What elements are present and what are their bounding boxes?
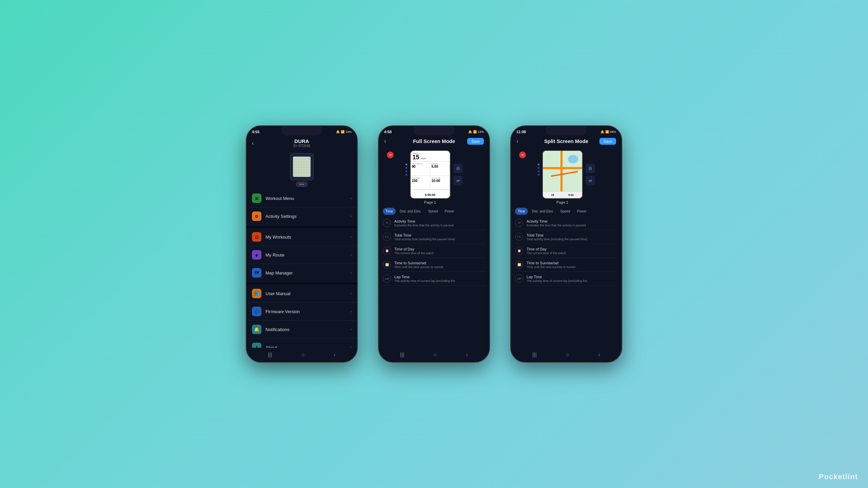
menu-item-workout-menu[interactable]: ⊞ Workout Menu › [246, 189, 357, 207]
phone3: 11:08 🔔📶66% ‹ Split Screen Mode Save − [510, 125, 622, 363]
phone2-bottom-row: 5:05:00 [411, 190, 450, 198]
phone2-field-name-4: Time to Sunrise/set [394, 261, 485, 265]
phone3-field-total-time[interactable]: TTL Total Time Total activity time (incl… [515, 230, 617, 244]
phone2-dots [406, 150, 407, 176]
phone2-field-name-3: Time of Day [394, 247, 485, 251]
menu-item-my-workouts[interactable]: ⊡ My Workouts › [246, 228, 357, 246]
phone2-side-btn [450, 164, 450, 171]
phone1-back-btn[interactable]: ‹ [252, 140, 254, 147]
menu-item-user-manual[interactable]: 📘 User Manual › [246, 285, 357, 303]
phone2-field-name-2: Total Time [394, 233, 485, 237]
phone3-field-name-4: Time to Sunrise/set [527, 261, 617, 265]
phone3-screen: 11:08 🔔📶66% ‹ Split Screen Mode Save − [511, 126, 622, 362]
phone2-save-btn[interactable]: Save [467, 138, 484, 145]
phone2-speed-row: Speed 15 km/h [411, 151, 450, 162]
phone2-nav-recents[interactable]: ||| [400, 352, 404, 358]
phone2-tab-dist[interactable]: Dist. and Elev. [397, 208, 424, 215]
phone2-nav-back[interactable]: ‹ [466, 352, 468, 358]
my-workouts-label: My Workouts [265, 235, 350, 240]
my-workouts-icon: ⊡ [252, 232, 261, 242]
map-manager-icon: 🗺 [252, 268, 261, 278]
phone2-field-sunrise[interactable]: 🌅 Time to Sunrise/set Time until the nex… [383, 258, 485, 272]
phone3-tab-speed[interactable]: Speed [558, 208, 573, 215]
phone3-tab-dist[interactable]: Dist. and Elev. [529, 208, 556, 215]
menu-item-firmware[interactable]: ⬡ Firmware Version › [246, 303, 357, 321]
phone3-map-val-1: 15 [551, 194, 554, 197]
phone3-device-card[interactable]: 15 5.00 [542, 150, 583, 199]
notifications-chevron: › [350, 327, 352, 332]
phone2-field-text-3: Time of Day The current time of the watc… [394, 247, 485, 255]
activity-settings-icon: ⚙ [252, 211, 261, 221]
phones-container: 4:55 🔔📶13% ‹ DURA ID: 87D048 [246, 125, 622, 363]
phone3-field-icon-3: ⏰ [515, 247, 523, 255]
menu-item-map-manager[interactable]: 🗺 Map Manager › [246, 264, 357, 282]
phone2-bottom-time: 5:05:00 [425, 193, 435, 197]
my-route-icon: ◈ [252, 250, 261, 260]
phone2-nav-home[interactable]: ○ [434, 352, 437, 358]
nav-recents-icon[interactable]: ||| [268, 352, 272, 358]
phone2-minus-btn[interactable]: − [387, 151, 394, 158]
phone3-save-btn[interactable]: Save [599, 138, 616, 145]
phone3-minus-btn[interactable]: − [519, 151, 526, 158]
phone3-field-activity-time[interactable]: ⏱ Activity Time Excludes the time that t… [515, 216, 617, 230]
phone3-status-bar: 11:08 🔔📶66% [511, 126, 622, 136]
phone3-filter-btn[interactable]: ⇌ [586, 176, 595, 185]
phone1-status-icons: 🔔📶13% [336, 130, 352, 134]
phone2-gps-screen: Speed 15 km/h Avg. Cadence 90 [411, 151, 450, 198]
phone2-tab-time[interactable]: Time [383, 208, 396, 215]
phone3-field-icon-1: ⏱ [515, 219, 523, 227]
phone1-beta-badge: beta [296, 182, 308, 187]
phone3-dot-4 [538, 174, 539, 176]
phone2-field-icon-1: ⏱ [383, 219, 391, 227]
about-chevron: › [350, 345, 352, 348]
phone2-status-icons: 🔔📶14% [468, 130, 484, 134]
menu-item-notifications[interactable]: 🔔 Notifications › [246, 321, 357, 339]
menu-item-about[interactable]: ℹ About › [246, 339, 357, 348]
phone2-field-total-time[interactable]: TTL Total Time Total activity time (incl… [383, 230, 485, 244]
notifications-label: Notifications [265, 327, 350, 332]
phone3-field-text-4: Time to Sunrise/set Time until the next … [527, 261, 617, 269]
phone3-field-desc-5: The activity time of current lap (exclud… [527, 279, 617, 283]
phone2-field-icon-3: ⏰ [383, 247, 391, 255]
phone1-status-bar: 4:55 🔔📶13% [246, 126, 357, 136]
phone3-title: Split Screen Mode [544, 138, 588, 144]
phone2-field-text-2: Total Time Total activity time (includin… [394, 233, 485, 241]
activity-settings-chevron: › [350, 214, 352, 219]
phone3-map-screen: 15 5.00 [543, 151, 582, 198]
phone3-field-text-3: Time of Day The current time of the watc… [527, 247, 617, 255]
phone3-back-btn[interactable]: ‹ [516, 138, 518, 145]
phone2-device-wrapper: Speed 15 km/h Avg. Cadence 90 [410, 150, 451, 204]
phone1-nav-bar: ||| ○ ‹ [246, 348, 357, 362]
menu-item-my-route[interactable]: ◈ My Route › [246, 246, 357, 264]
phone1-device-preview: beta [246, 150, 357, 188]
phone3-field-lap-time[interactable]: LAP Lap Time The activity time of curren… [515, 272, 617, 286]
phone3-field-text-2: Total Time Total activity time (includin… [527, 233, 617, 241]
phone3-field-sunrise[interactable]: 🌅 Time to Sunrise/set Time until the nex… [515, 258, 617, 272]
phone3-field-desc-4: Time until the next sunrise or sunset [527, 265, 617, 269]
phone2-field-activity-time[interactable]: ⏱ Activity Time Excludes the time that t… [383, 216, 485, 230]
nav-back-icon[interactable]: ‹ [334, 352, 336, 358]
phone2-field-lap-time[interactable]: LAP Lap Time The activity time of curren… [383, 272, 485, 286]
menu-item-activity-settings[interactable]: ⚙ Activity Settings › [246, 207, 357, 225]
phone3-field-time-of-day[interactable]: ⏰ Time of Day The current time of the wa… [515, 244, 617, 258]
phone2-field-time-of-day[interactable]: ⏰ Time of Day The current time of the wa… [383, 244, 485, 258]
about-icon: ℹ [252, 343, 261, 348]
phone2-outer: 4:58 🔔📶14% ‹ Full Screen Mode Save − [378, 125, 490, 363]
phone3-tab-time[interactable]: Time [515, 208, 528, 215]
phone3-nav-home[interactable]: ○ [566, 352, 569, 358]
phone3-water [568, 155, 578, 163]
phone2-back-btn[interactable]: ‹ [384, 138, 386, 145]
phone2-tab-speed[interactable]: Speed [426, 208, 441, 215]
phone3-tab-power[interactable]: Power [574, 208, 589, 215]
phone3-nav-back[interactable]: ‹ [598, 352, 600, 358]
phone2-copy-btn[interactable]: ⊟ [453, 164, 463, 173]
phone3-nav-recents[interactable]: ||| [532, 352, 536, 358]
phone2-filter-btn[interactable]: ⇌ [453, 176, 463, 185]
nav-home-icon[interactable]: ○ [301, 352, 305, 358]
phone2-tab-power[interactable]: Power [442, 208, 457, 215]
phone1: 4:55 🔔📶13% ‹ DURA ID: 87D048 [246, 125, 358, 363]
phone1-device-img [290, 153, 314, 180]
phone3-copy-btn[interactable]: ⊟ [586, 164, 595, 173]
phone2-device-card[interactable]: Speed 15 km/h Avg. Cadence 90 [410, 150, 451, 199]
phone3-field-name-3: Time of Day [527, 247, 617, 251]
